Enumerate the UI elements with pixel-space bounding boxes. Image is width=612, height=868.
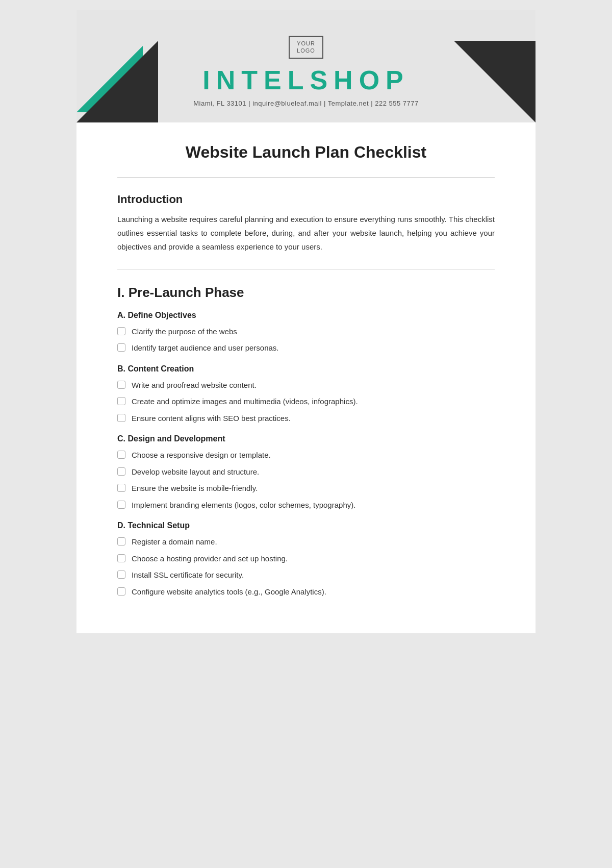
company-name: INTELSHOP xyxy=(87,65,525,95)
checklist-label: Install SSL certificate for security. xyxy=(132,569,244,581)
main-content: Website Launch Plan Checklist Introducti… xyxy=(76,122,536,634)
subsection-c-title: C. Design and Development xyxy=(117,434,495,443)
checklist-label: Create and optimize images and multimedi… xyxy=(132,396,358,408)
subsection-a: A. Define Objectives Clarify the purpose… xyxy=(117,311,495,354)
checklist-label: Ensure the website is mobile-friendly. xyxy=(132,483,258,494)
checkbox[interactable] xyxy=(117,571,125,579)
checkbox[interactable] xyxy=(117,501,125,509)
logo-line1: YOUR xyxy=(297,40,315,47)
page: YOUR LOGO INTELSHOP Miami, FL 33101 | in… xyxy=(76,10,536,633)
introduction-heading: Introduction xyxy=(117,193,495,206)
checkbox[interactable] xyxy=(117,414,125,422)
checkbox[interactable] xyxy=(117,381,125,389)
list-item: Implement branding elements (logos, colo… xyxy=(117,500,495,511)
subsection-c: C. Design and Development Choose a respo… xyxy=(117,434,495,511)
checklist-label: Choose a responsive design or template. xyxy=(132,450,271,461)
checkbox[interactable] xyxy=(117,484,125,492)
list-item: Write and proofread website content. xyxy=(117,380,495,391)
divider-top xyxy=(117,177,495,178)
introduction-section: Introduction Launching a website require… xyxy=(117,193,495,254)
checklist-label: Configure website analytics tools (e.g.,… xyxy=(132,586,326,598)
logo-line2: LOGO xyxy=(297,47,315,54)
phase-1-title: I. Pre-Launch Phase xyxy=(117,285,495,301)
checkbox[interactable] xyxy=(117,397,125,405)
phase-1: I. Pre-Launch Phase A. Define Objectives… xyxy=(117,285,495,598)
header-content: YOUR LOGO INTELSHOP Miami, FL 33101 | in… xyxy=(76,26,536,122)
list-item: Develop website layout and structure. xyxy=(117,466,495,478)
checkbox[interactable] xyxy=(117,554,125,562)
checklist-label: Clarify the purpose of the webs xyxy=(132,326,237,338)
list-item: Ensure content aligns with SEO best prac… xyxy=(117,413,495,425)
list-item: Choose a hosting provider and set up hos… xyxy=(117,553,495,565)
logo-box: YOUR LOGO xyxy=(289,36,323,59)
checkbox[interactable] xyxy=(117,467,125,476)
checkbox[interactable] xyxy=(117,537,125,545)
list-item: Identify target audience and user person… xyxy=(117,342,495,354)
checklist-label: Choose a hosting provider and set up hos… xyxy=(132,553,288,565)
checkbox[interactable] xyxy=(117,451,125,459)
list-item: Configure website analytics tools (e.g.,… xyxy=(117,586,495,598)
list-item: Ensure the website is mobile-friendly. xyxy=(117,483,495,494)
list-item: Register a domain name. xyxy=(117,536,495,548)
introduction-body: Launching a website requires careful pla… xyxy=(117,212,495,254)
contact-info: Miami, FL 33101 | inquire@blueleaf.mail … xyxy=(87,100,525,107)
document-title: Website Launch Plan Checklist xyxy=(117,143,495,162)
checklist-label: Ensure content aligns with SEO best prac… xyxy=(132,413,291,425)
header: YOUR LOGO INTELSHOP Miami, FL 33101 | in… xyxy=(76,10,536,122)
checklist-label: Implement branding elements (logos, colo… xyxy=(132,500,355,511)
checklist-label: Register a domain name. xyxy=(132,536,217,548)
list-item: Install SSL certificate for security. xyxy=(117,569,495,581)
divider-mid xyxy=(117,269,495,269)
list-item: Choose a responsive design or template. xyxy=(117,450,495,461)
checklist-label: Identify target audience and user person… xyxy=(132,342,279,354)
checkbox[interactable] xyxy=(117,343,125,352)
checkbox[interactable] xyxy=(117,587,125,596)
list-item: Clarify the purpose of the webs xyxy=(117,326,495,338)
subsection-b: B. Content Creation Write and proofread … xyxy=(117,364,495,425)
subsection-a-title: A. Define Objectives xyxy=(117,311,495,320)
checkbox[interactable] xyxy=(117,327,125,335)
checklist-label: Write and proofread website content. xyxy=(132,380,257,391)
list-item: Create and optimize images and multimedi… xyxy=(117,396,495,408)
subsection-d-title: D. Technical Setup xyxy=(117,521,495,530)
checklist-label: Develop website layout and structure. xyxy=(132,466,259,478)
subsection-d: D. Technical Setup Register a domain nam… xyxy=(117,521,495,598)
subsection-b-title: B. Content Creation xyxy=(117,364,495,374)
